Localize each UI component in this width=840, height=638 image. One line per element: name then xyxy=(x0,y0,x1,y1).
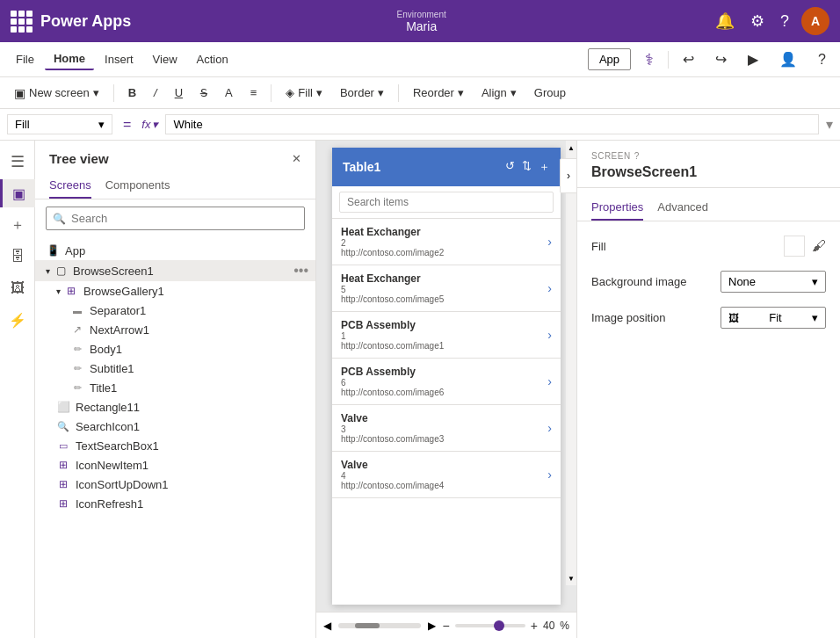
body1-label: Body1 xyxy=(90,343,308,356)
tree-item-browsescreen1[interactable]: ▾ ▢ BrowseScreen1 ••• xyxy=(35,260,315,281)
list-item[interactable]: PCB Assembly 6 http://contoso.com/image6… xyxy=(332,359,561,405)
image-position-select[interactable]: 🖼 Fit ▾ xyxy=(721,307,826,329)
nav-add[interactable]: ＋ xyxy=(4,211,32,239)
panel-expand-button[interactable]: › xyxy=(560,158,577,193)
group-button[interactable]: Group xyxy=(527,83,573,102)
image-position-row: Image position 🖼 Fit ▾ xyxy=(591,307,826,329)
settings-icon[interactable]: ⚙ xyxy=(747,8,768,34)
formula-fx-button[interactable]: fx ▾ xyxy=(141,118,158,131)
tree-item-nextarrow1[interactable]: ↗ NextArrow1 xyxy=(35,320,315,339)
health-icon[interactable]: ⚕ xyxy=(638,47,661,73)
search-input[interactable] xyxy=(46,207,305,230)
menu-view[interactable]: View xyxy=(144,49,186,69)
tab-components[interactable]: Components xyxy=(105,173,170,199)
vertical-scrollbar[interactable]: ▲ ▼ xyxy=(566,141,576,585)
paint-icon[interactable]: 🖌 xyxy=(812,238,826,254)
tree-item-rectangle11[interactable]: ⬜ Rectangle11 xyxy=(35,397,315,417)
list-item[interactable]: Heat Exchanger 5 http://contoso.com/imag… xyxy=(332,265,561,312)
zoom-out-button[interactable]: − xyxy=(443,619,450,633)
list-item-sub2: http://contoso.com/image6 xyxy=(341,388,547,397)
border-button[interactable]: Border ▾ xyxy=(333,83,391,102)
formula-expand-icon[interactable]: ▾ xyxy=(826,116,833,133)
list-item[interactable]: Valve 4 http://contoso.com/image4 › xyxy=(332,452,561,498)
image-position-value: Fit xyxy=(769,311,781,324)
sort-icon[interactable]: ⇅ xyxy=(522,159,532,175)
tree-item-body1[interactable]: ✏ Body1 xyxy=(35,339,315,359)
scroll-right-arrow[interactable]: ▶ xyxy=(428,620,436,632)
menu-home[interactable]: Home xyxy=(45,48,94,70)
tree-item-separator1[interactable]: ▬ Separator1 xyxy=(35,301,315,320)
person-icon[interactable]: 👤 xyxy=(772,47,804,71)
list-item[interactable]: Valve 3 http://contoso.com/image3 › xyxy=(332,405,561,452)
help-icon[interactable]: ? xyxy=(777,9,793,34)
tree-item-iconsortupdown1[interactable]: ⊞ IconSortUpDown1 xyxy=(35,475,315,494)
canvas-search-input[interactable] xyxy=(339,192,554,213)
list-item-sub1: 1 xyxy=(341,331,547,341)
nav-media[interactable]: 🖼 xyxy=(4,274,32,302)
avatar[interactable]: A xyxy=(801,7,829,35)
horizontal-scrollbar[interactable] xyxy=(338,623,421,628)
nav-power-automate[interactable]: ⚡ xyxy=(4,306,32,334)
menu-file[interactable]: File xyxy=(7,49,43,69)
tree-item-textsearchbox1[interactable]: ▭ TextSearchBox1 xyxy=(35,436,315,455)
fill-button[interactable]: ◈ Fill ▾ xyxy=(279,83,329,102)
waffle-icon[interactable] xyxy=(11,11,32,32)
new-screen-button[interactable]: ▣ New screen ▾ xyxy=(7,83,106,103)
nav-data[interactable]: 🗄 xyxy=(4,243,32,271)
tree-item-title1[interactable]: ✏ Title1 xyxy=(35,378,315,397)
section-help-icon[interactable]: ? xyxy=(634,151,640,161)
searchicon-icon: 🔍 xyxy=(56,419,70,433)
add-item-icon[interactable]: ＋ xyxy=(539,159,550,175)
scroll-left-arrow[interactable]: ◀ xyxy=(323,620,331,632)
underline-button[interactable]: U xyxy=(168,83,190,102)
search-wrapper xyxy=(46,207,305,230)
tree-item-browsegallery1[interactable]: ▾ ⊞ BrowseGallery1 xyxy=(35,281,315,301)
tree-item-iconrefresh1[interactable]: ⊞ IconRefresh1 xyxy=(35,494,315,513)
help-menu-icon[interactable]: ? xyxy=(811,48,833,71)
list-item[interactable]: Heat Exchanger 2 http://contoso.com/imag… xyxy=(332,219,561,265)
reorder-label: Reorder xyxy=(413,86,454,99)
list-item[interactable]: PCB Assembly 1 http://contoso.com/image1… xyxy=(332,312,561,359)
tree-close-icon[interactable]: ✕ xyxy=(292,152,301,165)
align-text-button[interactable]: Align ▾ xyxy=(474,83,524,102)
undo-icon[interactable]: ↩ xyxy=(676,47,701,71)
reorder-button[interactable]: Reorder ▾ xyxy=(406,83,471,102)
tree-item-subtitle1[interactable]: ✏ Subtitle1 xyxy=(35,359,315,378)
tree-item-searchicon1[interactable]: 🔍 SearchIcon1 xyxy=(35,417,315,436)
bold-button[interactable]: B xyxy=(121,83,143,102)
bg-image-select[interactable]: None ▾ xyxy=(721,271,826,293)
align-label: Align xyxy=(482,86,507,99)
tab-advanced[interactable]: Advanced xyxy=(657,195,708,221)
rectangle11-label: Rectangle11 xyxy=(76,401,308,414)
play-icon[interactable]: ▶ xyxy=(741,47,765,71)
nav-hamburger[interactable]: ☰ xyxy=(4,148,32,176)
app-button[interactable]: App xyxy=(588,48,631,70)
tab-screens[interactable]: Screens xyxy=(49,173,91,199)
tree-item-app[interactable]: 📱 App xyxy=(35,241,315,260)
formula-value-input[interactable]: White xyxy=(165,114,819,134)
notification-icon[interactable]: 🔔 xyxy=(712,8,738,34)
zoom-slider[interactable] xyxy=(455,624,525,627)
iconrefresh1-label: IconRefresh1 xyxy=(76,497,308,511)
font-color-button[interactable]: A xyxy=(218,83,240,102)
formula-property-selector[interactable]: Fill ▾ xyxy=(7,114,112,134)
strikethrough-button[interactable]: S̶ xyxy=(193,83,214,102)
menu-action[interactable]: Action xyxy=(188,49,237,69)
menu-bar: File Home Insert View Action App ⚕ ↩ ↪ ▶… xyxy=(0,42,840,77)
tab-properties[interactable]: Properties xyxy=(591,195,643,221)
list-item-sub2: http://contoso.com/image4 xyxy=(341,481,547,490)
refresh-table-icon[interactable]: ↺ xyxy=(505,159,515,175)
nav-tree-view[interactable]: ▣ xyxy=(0,179,35,207)
tree-item-iconnewitem1[interactable]: ⊞ IconNewItem1 xyxy=(35,455,315,475)
redo-icon[interactable]: ↪ xyxy=(708,47,734,71)
align-button[interactable]: ≡ xyxy=(243,83,264,102)
italic-button[interactable]: / xyxy=(147,83,164,102)
scroll-down-arrow[interactable]: ▼ xyxy=(566,571,576,585)
list-item-arrow: › xyxy=(547,235,552,249)
scroll-up-arrow[interactable]: ▲ xyxy=(566,141,576,155)
tree-panel: Tree view ✕ Screens Components 📱 App ▾ ▢… xyxy=(35,141,316,638)
fill-color-box[interactable] xyxy=(784,236,805,257)
browsescreen1-more[interactable]: ••• xyxy=(293,263,308,279)
zoom-in-button[interactable]: + xyxy=(531,619,538,633)
menu-insert[interactable]: Insert xyxy=(96,49,142,69)
